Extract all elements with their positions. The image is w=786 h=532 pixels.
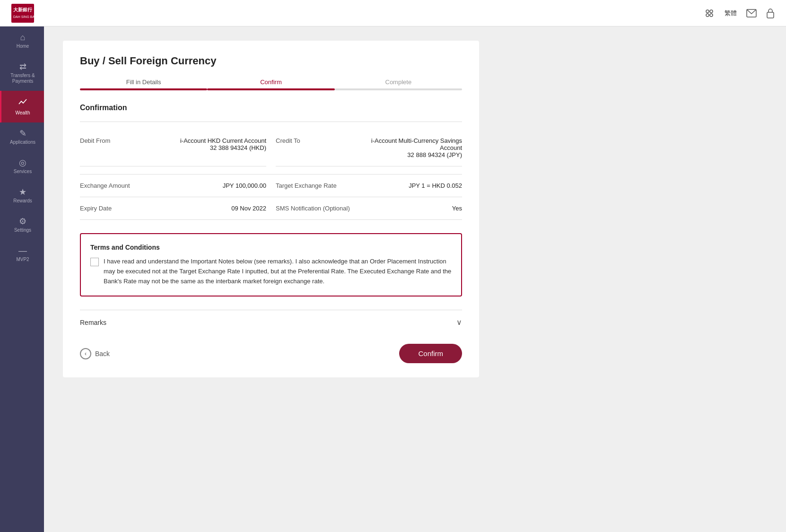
language-button[interactable]: 繁體 (725, 9, 737, 17)
exchange-amount-label: Exchange Amount (80, 182, 146, 189)
sidebar: ⌂ Home ⇄ Transfers & Payments Wealth ✎ A… (0, 26, 44, 532)
svg-text:大新銀行: 大新銀行 (13, 7, 33, 12)
credit-to-value: i-Account Multi-Currency Savings Account (357, 137, 462, 151)
main-card: Buy / Sell Foreign Currency Fill in Deta… (63, 41, 479, 377)
remarks-row[interactable]: Remarks ∨ (80, 310, 462, 334)
step-fill-in-details: Fill in Details (80, 78, 207, 90)
expiry-date-cell: Expiry Date 09 Nov 2022 (80, 205, 266, 212)
sidebar-item-applications[interactable]: ✎ Applications (0, 122, 44, 152)
logo-area: 大新銀行 DAH SING BANK (11, 4, 34, 23)
steps-container: Fill in Details Confirm Complete (80, 78, 462, 90)
exchange-amount-cell: Exchange Amount JPY 100,000.00 (80, 182, 266, 189)
step-bar (207, 88, 334, 90)
sms-notification-value: Yes (365, 205, 462, 212)
sidebar-item-rewards[interactable]: ★ Rewards (0, 181, 44, 210)
sidebar-item-label: Settings (14, 227, 31, 233)
page-title: Buy / Sell Foreign Currency (80, 55, 462, 67)
credit-to-label: Credit To (276, 137, 342, 144)
header-right: 繁體 (704, 8, 775, 19)
svg-rect-0 (11, 4, 34, 23)
home-icon: ⌂ (20, 33, 26, 42)
settings-icon: ⚙ (19, 217, 26, 226)
mvp2-icon: — (18, 246, 27, 255)
debit-from-value: i-Account HKD Current Account (161, 137, 266, 144)
debit-from-label: Debit From (80, 137, 146, 144)
footer-actions: ‹ Back Confirm (80, 334, 462, 363)
sidebar-item-label: MVP2 (16, 257, 29, 262)
content-area: Buy / Sell Foreign Currency Fill in Deta… (44, 26, 786, 532)
sidebar-item-label: Applications (10, 140, 35, 145)
step-label: Fill in Details (126, 78, 161, 86)
svg-point-5 (706, 14, 709, 17)
terms-checkbox[interactable] (90, 258, 99, 266)
debit-from-cell: Debit From i-Account HKD Current Account… (80, 130, 266, 166)
sidebar-item-label: Home (17, 44, 29, 49)
credit-to-cell: Credit To i-Account Multi-Currency Savin… (276, 130, 462, 166)
rewards-icon: ★ (19, 188, 26, 196)
sms-notification-cell: SMS Notification (Optional) Yes (276, 205, 462, 212)
svg-point-3 (706, 10, 709, 13)
terms-title: Terms and Conditions (90, 244, 452, 251)
sidebar-item-label: Transfers & Payments (3, 73, 42, 84)
step-bar (80, 88, 207, 90)
wealth-icon (18, 97, 27, 108)
target-exchange-rate-cell: Target Exchange Rate JPY 1 = HKD 0.052 (276, 182, 462, 189)
step-complete: Complete (335, 78, 462, 90)
expiry-date-label: Expiry Date (80, 205, 146, 212)
exchange-amount-value: JPY 100,000.00 (161, 182, 266, 189)
svg-point-4 (710, 10, 713, 13)
target-exchange-rate-value: JPY 1 = HKD 0.052 (357, 182, 462, 189)
sidebar-item-label: Wealth (16, 110, 30, 116)
services-icon: ◎ (19, 158, 26, 167)
terms-checkbox-row: I have read and understand the Important… (90, 257, 452, 286)
sidebar-item-wealth[interactable]: Wealth (0, 91, 44, 122)
applications-icon: ✎ (19, 129, 26, 138)
confirmation-title: Confirmation (80, 104, 462, 112)
svg-text:DAH SING BANK: DAH SING BANK (13, 15, 34, 18)
terms-box: Terms and Conditions I have read and und… (80, 233, 462, 297)
main-layout: ⌂ Home ⇄ Transfers & Payments Wealth ✎ A… (0, 26, 786, 532)
step-confirm: Confirm (207, 78, 334, 90)
sms-notification-label: SMS Notification (Optional) (276, 205, 350, 212)
remarks-label: Remarks (80, 319, 106, 326)
back-circle-icon: ‹ (80, 348, 91, 359)
mail-icon[interactable] (746, 9, 757, 17)
svg-rect-8 (767, 12, 774, 18)
sidebar-item-settings[interactable]: ⚙ Settings (0, 210, 44, 240)
debit-from-sub: 32 388 94324 (HKD) (161, 144, 266, 151)
confirm-button[interactable]: Confirm (399, 344, 462, 363)
sidebar-item-mvp2[interactable]: — MVP2 (0, 240, 44, 269)
profile-icon[interactable] (704, 8, 715, 19)
sidebar-item-home[interactable]: ⌂ Home (0, 26, 44, 56)
step-bar (335, 88, 462, 90)
sidebar-item-transfers-payments[interactable]: ⇄ Transfers & Payments (0, 56, 44, 91)
target-exchange-rate-label: Target Exchange Rate (276, 182, 342, 189)
sidebar-item-label: Rewards (13, 198, 32, 204)
credit-to-sub: 32 888 94324 (JPY) (357, 151, 462, 158)
step-label: Confirm (260, 78, 282, 86)
sidebar-item-services[interactable]: ◎ Services (0, 152, 44, 181)
bank-logo: 大新銀行 DAH SING BANK (11, 4, 34, 23)
chevron-down-icon: ∨ (456, 318, 462, 327)
confirmation-section: Confirmation Debit From i-Account HKD Cu… (80, 104, 462, 220)
terms-text: I have read and understand the Important… (104, 257, 452, 286)
transfers-icon: ⇄ (19, 62, 26, 71)
sidebar-item-label: Services (14, 169, 32, 174)
expiry-date-value: 09 Nov 2022 (161, 205, 266, 212)
svg-point-6 (710, 14, 713, 17)
confirmation-row-1: Debit From i-Account HKD Current Account… (80, 122, 462, 174)
confirmation-row-2: Exchange Amount JPY 100,000.00 Target Ex… (80, 174, 462, 197)
back-label: Back (95, 350, 110, 358)
step-label: Complete (385, 78, 412, 86)
top-header: 大新銀行 DAH SING BANK 繁體 (0, 0, 786, 26)
back-button[interactable]: ‹ Back (80, 348, 110, 359)
lock-icon[interactable] (766, 8, 775, 18)
confirmation-row-3: Expiry Date 09 Nov 2022 SMS Notification… (80, 197, 462, 220)
